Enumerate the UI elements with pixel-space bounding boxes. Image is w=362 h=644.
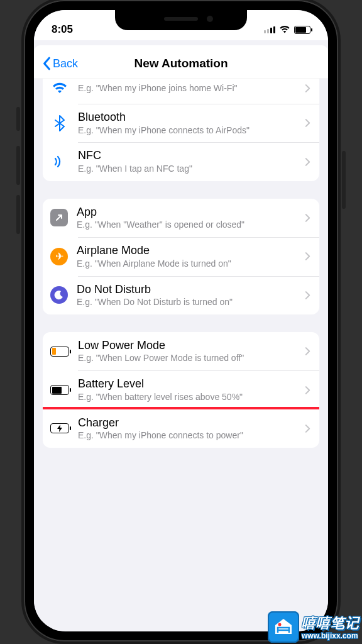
cellular-signal-icon [264, 26, 275, 33]
airplane-icon: ✈ [50, 248, 68, 265]
wifi-icon [279, 25, 290, 34]
content-scroll[interactable]: E.g. "When my iPhone joins home Wi-Fi"Bl… [34, 79, 328, 631]
watermark: 嘻嘻笔记 www.bijixx.com [268, 611, 359, 643]
chevron-right-icon [305, 291, 310, 300]
nfc-icon [50, 152, 69, 171]
chevron-right-icon [305, 118, 310, 128]
chevron-right-icon [305, 84, 310, 93]
battery-charging-icon [50, 419, 69, 438]
wifi-icon [50, 79, 69, 97]
trigger-row-do-not-disturb[interactable]: Do Not DisturbE.g. "When Do Not Disturb … [43, 276, 319, 314]
settings-group: AppE.g. "When "Weather" is opened or clo… [43, 199, 319, 314]
status-time: 8:05 [52, 23, 73, 36]
row-title: NFC [78, 148, 296, 163]
battery-icon [294, 26, 310, 34]
chevron-right-icon [305, 157, 310, 167]
row-subtitle: E.g. "When my iPhone connects to power" [78, 430, 296, 441]
row-subtitle: E.g. "When Low Power Mode is turned off" [78, 352, 296, 364]
row-title: Charger [78, 416, 296, 430]
row-subtitle: E.g. "When Do Not Disturb is turned on" [77, 296, 296, 308]
row-subtitle: E.g. "When Airplane Mode is turned on" [77, 258, 296, 270]
battery-level-icon [50, 380, 69, 399]
settings-group: E.g. "When my iPhone joins home Wi-Fi"Bl… [43, 79, 319, 181]
chevron-right-icon [305, 347, 310, 356]
phone-notch [115, 9, 247, 30]
chevron-right-icon [305, 424, 310, 433]
row-subtitle: E.g. "When "Weather" is opened or closed… [77, 219, 296, 231]
chevron-right-icon [305, 213, 310, 223]
trigger-row-airplane-mode[interactable]: ✈Airplane ModeE.g. "When Airplane Mode i… [43, 237, 319, 275]
row-title: Airplane Mode [77, 243, 296, 258]
phone-frame: 8:05 Back New Automation E.g. "When my i… [24, 0, 338, 641]
battery-low-icon [50, 342, 69, 361]
svg-point-0 [278, 623, 282, 626]
bluetooth-icon [50, 114, 69, 133]
row-subtitle: E.g. "When I tap an NFC tag" [78, 163, 296, 175]
trigger-row-app[interactable]: AppE.g. "When "Weather" is opened or clo… [43, 199, 319, 237]
trigger-row-wifi[interactable]: E.g. "When my iPhone joins home Wi-Fi" [43, 79, 319, 104]
trigger-row-nfc[interactable]: NFCE.g. "When I tap an NFC tag" [43, 142, 319, 180]
row-subtitle: E.g. "When my iPhone joins home Wi-Fi" [78, 82, 296, 94]
highlight-annotation: ChargerE.g. "When my iPhone connects to … [43, 407, 319, 448]
row-title: Low Power Mode [78, 338, 296, 353]
row-title: Battery Level [78, 377, 296, 391]
watermark-url: www.bijixx.com [302, 631, 359, 640]
trigger-row-battery-level[interactable]: Battery LevelE.g. "When battery level ri… [43, 370, 319, 409]
watermark-logo-icon [268, 611, 299, 643]
row-subtitle: E.g. "When battery level rises above 50%… [78, 391, 296, 403]
moon-icon [50, 286, 68, 304]
row-title: App [77, 205, 296, 219]
app-icon [50, 209, 68, 226]
trigger-row-charger[interactable]: ChargerE.g. "When my iPhone connects to … [43, 409, 319, 448]
page-title: New Automation [34, 57, 328, 70]
screen: 8:05 Back New Automation E.g. "When my i… [34, 10, 328, 631]
watermark-text: 嘻嘻笔记 [302, 614, 359, 633]
settings-group: Low Power ModeE.g. "When Low Power Mode … [43, 332, 319, 448]
nav-header: Back New Automation [34, 52, 328, 79]
row-title: Do Not Disturb [77, 282, 296, 297]
trigger-row-bluetooth[interactable]: BluetoothE.g. "When my iPhone connects t… [43, 104, 319, 142]
status-indicators [264, 25, 310, 34]
row-title: Bluetooth [78, 110, 296, 125]
chevron-right-icon [305, 252, 310, 261]
row-subtitle: E.g. "When my iPhone connects to AirPods… [78, 125, 296, 136]
trigger-row-low-power-mode[interactable]: Low Power ModeE.g. "When Low Power Mode … [43, 332, 319, 370]
chevron-right-icon [305, 386, 310, 395]
